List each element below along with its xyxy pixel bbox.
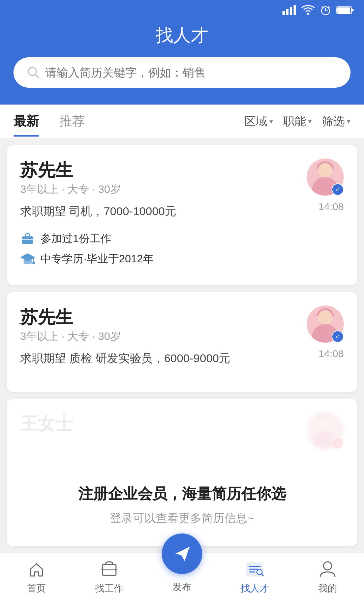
gender-badge-3: ♀ bbox=[332, 437, 344, 449]
svg-point-29 bbox=[324, 562, 332, 570]
nav-mine-label: 我的 bbox=[318, 582, 337, 595]
candidate-meta-2: 3年以上 · 大专 · 30岁 bbox=[20, 329, 231, 344]
page-title: 找人才 bbox=[156, 24, 208, 47]
header: 找人才 bbox=[0, 20, 364, 105]
find-talent-icon bbox=[245, 559, 265, 579]
candidate-job-1: 求职期望 司机，7000-10000元 bbox=[20, 204, 176, 219]
nav-home[interactable]: 首页 bbox=[11, 559, 62, 595]
send-icon bbox=[172, 544, 192, 564]
gender-badge-2: ♂ bbox=[332, 330, 344, 343]
home-icon bbox=[26, 559, 47, 579]
screen-filter[interactable]: 筛选 ▾ bbox=[322, 114, 351, 129]
svg-line-14 bbox=[35, 75, 39, 78]
search-icon bbox=[27, 66, 40, 79]
publish-fab[interactable] bbox=[162, 533, 202, 574]
nav-publish[interactable]: 发布 bbox=[157, 533, 207, 594]
svg-rect-11 bbox=[337, 7, 350, 13]
screen-arrow-icon: ▾ bbox=[347, 117, 351, 126]
find-job-icon bbox=[99, 559, 119, 579]
edu-text-1: 中专学历·毕业于2012年 bbox=[40, 252, 154, 266]
svg-rect-1 bbox=[286, 9, 289, 15]
edu-row-1: 中专学历·毕业于2012年 bbox=[20, 252, 344, 266]
search-input[interactable] bbox=[45, 66, 337, 79]
gender-badge-1: ♂ bbox=[332, 183, 344, 196]
candidate-name-3-blurred: 王女士 bbox=[20, 412, 73, 436]
function-filter[interactable]: 职能 ▾ bbox=[283, 114, 312, 129]
nav-find-talent[interactable]: 找人才 bbox=[230, 559, 280, 595]
mine-icon bbox=[317, 559, 338, 579]
alarm-icon bbox=[320, 5, 331, 16]
briefcase-icon-1 bbox=[20, 231, 35, 246]
svg-point-4 bbox=[307, 13, 309, 15]
candidate-card-2[interactable]: 苏先生 3年以上 · 大专 · 30岁 求职期望 质检 研发实验员，6000-9… bbox=[7, 292, 357, 392]
svg-rect-0 bbox=[282, 11, 285, 15]
nav-publish-label: 发布 bbox=[173, 581, 191, 594]
svg-rect-2 bbox=[290, 7, 292, 15]
nav-find-talent-label: 找人才 bbox=[241, 582, 269, 595]
function-arrow-icon: ▾ bbox=[308, 117, 312, 126]
avatar-1: ♂ bbox=[307, 158, 344, 196]
nav-mine[interactable]: 我的 bbox=[302, 559, 353, 595]
region-arrow-icon: ▾ bbox=[269, 117, 273, 126]
candidate-job-2: 求职期望 质检 研发实验员，6000-9000元 bbox=[20, 351, 231, 366]
tab-recommend[interactable]: 推荐 bbox=[59, 106, 85, 137]
svg-rect-12 bbox=[352, 9, 354, 11]
login-prompt-container: 王女士 ♀ 注册企业会员，海量简历任你选 登录可以查看更多简历信息~ bbox=[7, 399, 357, 546]
nav-find-job[interactable]: 找工作 bbox=[84, 559, 134, 595]
avatar-2: ♂ bbox=[307, 306, 344, 343]
svg-rect-20 bbox=[102, 565, 116, 575]
candidate-name-1: 苏先生 bbox=[20, 158, 176, 182]
avatar-3-blurred: ♀ bbox=[307, 412, 344, 449]
candidate-name-2: 苏先生 bbox=[20, 306, 231, 329]
overlay-title: 注册企业会员，海量简历任你选 bbox=[20, 484, 344, 504]
candidate-meta-1: 3年以上 · 大专 · 30岁 bbox=[20, 182, 176, 197]
wifi-icon bbox=[301, 5, 315, 15]
overlay-subtitle: 登录可以查看更多简历信息~ bbox=[20, 511, 344, 526]
bottom-nav: 首页 找工作 发布 bbox=[0, 553, 364, 607]
work-exp-row-1: 参加过1份工作 bbox=[20, 231, 344, 246]
signal-icon bbox=[282, 5, 296, 15]
card-time-1: 14:08 bbox=[318, 201, 344, 212]
card-time-2: 14:08 bbox=[318, 348, 344, 359]
tab-bar: 最新 推荐 区域 ▾ 职能 ▾ 筛选 ▾ bbox=[0, 105, 364, 138]
region-filter[interactable]: 区域 ▾ bbox=[244, 114, 273, 129]
svg-point-19 bbox=[32, 262, 35, 264]
candidate-card-1[interactable]: 苏先生 3年以上 · 大专 · 30岁 求职期望 司机，7000-10000元 … bbox=[7, 145, 357, 285]
edu-icon-1 bbox=[20, 252, 35, 266]
battery-icon bbox=[336, 6, 354, 15]
status-bar bbox=[0, 0, 364, 20]
svg-rect-3 bbox=[294, 5, 296, 15]
tab-latest[interactable]: 最新 bbox=[13, 106, 39, 137]
work-exp-text-1: 参加过1份工作 bbox=[40, 231, 111, 246]
nav-find-job-label: 找工作 bbox=[95, 582, 123, 595]
nav-home-label: 首页 bbox=[27, 582, 46, 595]
blurred-card-3: 王女士 ♀ bbox=[7, 399, 357, 467]
search-bar[interactable] bbox=[13, 57, 351, 88]
